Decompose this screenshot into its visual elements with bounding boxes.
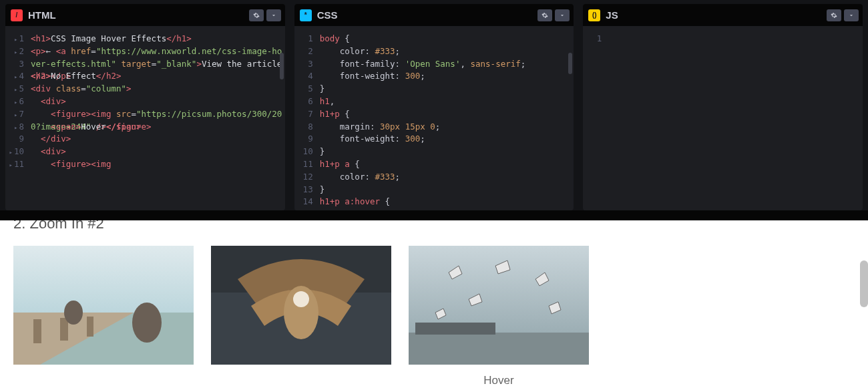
preview-card[interactable]	[13, 246, 194, 386]
svg-rect-3	[33, 319, 41, 343]
pane-header-html: / HTML	[5, 4, 285, 26]
svg-rect-12	[409, 246, 589, 333]
html-icon: /	[11, 9, 23, 21]
scrollbar[interactable]	[280, 53, 284, 79]
chevron-down-button[interactable]	[844, 9, 859, 21]
pane-header-js: () JS	[583, 4, 863, 26]
pane-header-css: * CSS	[294, 4, 574, 26]
js-editor[interactable]: 1	[583, 26, 863, 210]
editor-area: / HTML ▸1▸23▸4▸5▸6▸7▸89▸10▸11 <h1>CSS Im…	[0, 0, 868, 210]
hover-caption: Hover	[483, 374, 513, 386]
preview-heading: 2. Zoom In #2	[13, 220, 855, 232]
html-editor[interactable]: ▸1▸23▸4▸5▸6▸7▸89▸10▸11 <h1>CSS Image Hov…	[5, 26, 285, 210]
svg-rect-0	[13, 246, 194, 313]
preview-image	[13, 246, 194, 365]
chevron-down-button[interactable]	[555, 9, 570, 21]
preview-card[interactable]	[211, 246, 391, 386]
scrollbar[interactable]	[568, 53, 572, 74]
js-icon: ()	[588, 9, 600, 21]
chevron-down-button[interactable]	[266, 9, 281, 21]
svg-rect-4	[60, 318, 68, 341]
css-icon: *	[300, 9, 312, 21]
pane-title-css: CSS	[317, 9, 338, 21]
svg-rect-14	[415, 323, 495, 335]
svg-point-11	[293, 291, 309, 307]
preview-image	[211, 246, 391, 365]
preview-scrollbar[interactable]	[860, 260, 868, 307]
preview-card[interactable]: Hover	[409, 246, 589, 386]
settings-button[interactable]	[827, 9, 841, 21]
divider[interactable]	[0, 210, 868, 220]
settings-button[interactable]	[249, 9, 264, 21]
html-pane: / HTML ▸1▸23▸4▸5▸6▸7▸89▸10▸11 <h1>CSS Im…	[5, 4, 285, 210]
svg-point-6	[132, 303, 162, 343]
svg-point-7	[64, 301, 83, 325]
css-pane: * CSS 123456789101112131415 body { color…	[294, 4, 574, 210]
preview-cards: Hover	[13, 246, 855, 386]
svg-rect-5	[87, 317, 93, 337]
pane-title-html: HTML	[28, 9, 56, 21]
svg-rect-13	[409, 333, 589, 365]
preview-pane[interactable]: 2. Zoom In #2	[0, 220, 868, 386]
js-pane: () JS 1	[583, 4, 863, 210]
preview-image	[409, 246, 589, 365]
pane-title-js: JS	[606, 9, 618, 21]
css-editor[interactable]: 123456789101112131415 body { color: #333…	[294, 26, 574, 210]
settings-button[interactable]	[537, 9, 552, 21]
